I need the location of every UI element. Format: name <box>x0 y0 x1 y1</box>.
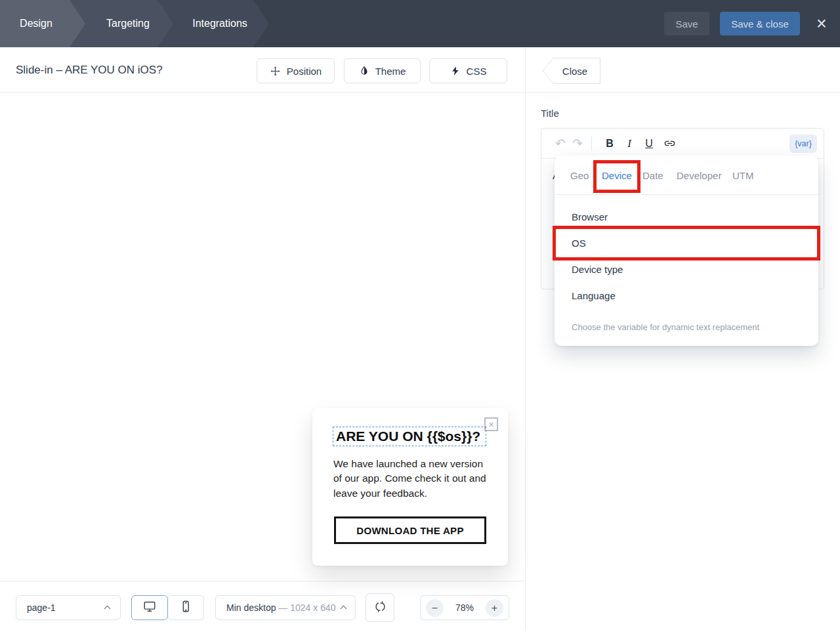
move-icon <box>270 66 281 77</box>
device-toggle-group <box>131 595 205 620</box>
close-icon[interactable]: × <box>812 10 831 37</box>
viewport-size: — 1024 x 640 <box>276 602 335 613</box>
variable-dropdown: Geo Device Date Developer UTM Browser OS… <box>555 156 818 346</box>
var-tab-date[interactable]: Date <box>642 156 663 195</box>
panel-close-button[interactable]: Close <box>543 58 600 84</box>
preview-close-icon[interactable]: × <box>484 417 498 431</box>
desktop-icon <box>142 599 157 616</box>
var-tab-geo[interactable]: Geo <box>570 156 589 195</box>
var-tab-developer[interactable]: Developer <box>677 156 721 195</box>
dropdown-helper-text: Choose the variable for dynamic text rep… <box>572 322 759 332</box>
rotate-icon <box>373 600 387 616</box>
variable-list: Browser OS Device type Language <box>555 195 818 309</box>
theme-button[interactable]: Theme <box>344 58 421 83</box>
save-and-close-button[interactable]: Save & close <box>720 12 800 35</box>
top-navbar: Design Targeting Integrations Save Save … <box>0 0 840 47</box>
var-item-browser[interactable]: Browser <box>555 204 818 230</box>
position-label: Position <box>287 66 322 77</box>
step-tabs: Design Targeting Integrations <box>0 0 269 47</box>
underline-button[interactable]: U <box>639 138 659 150</box>
zoom-control: − 78% + <box>420 595 509 620</box>
var-item-os[interactable]: OS <box>555 230 818 257</box>
rich-text-toolbar: ↶ ↷ B I U {var} <box>541 129 824 159</box>
desktop-toggle-button[interactable] <box>131 595 168 620</box>
var-tab-utm[interactable]: UTM <box>732 156 754 195</box>
save-button[interactable]: Save <box>664 12 709 35</box>
css-label: CSS <box>467 66 487 77</box>
lightning-icon <box>450 66 461 76</box>
bold-button[interactable]: B <box>600 138 620 150</box>
var-tab-device[interactable]: Device <box>602 156 632 195</box>
var-item-device-type[interactable]: Device type <box>555 257 818 283</box>
mobile-toggle-button[interactable] <box>167 595 204 620</box>
canvas-bottom-bar: page-1 <box>0 581 525 630</box>
viewport-select-value: Min desktop — 1024 x 640 <box>226 596 336 620</box>
preview-download-button[interactable]: DOWNLOAD THE APP <box>334 516 486 544</box>
chevron-up-icon <box>104 606 111 612</box>
italic-button[interactable]: I <box>620 137 639 150</box>
widget-title: Slide-in – ARE YOU ON iOS? <box>16 47 163 93</box>
panel-divider <box>525 47 526 630</box>
viewport-name: Min desktop <box>226 602 276 613</box>
var-item-language[interactable]: Language <box>555 283 818 309</box>
page-select-value: page-1 <box>27 596 56 620</box>
panel-close-label: Close <box>543 58 600 83</box>
title-field-label: Title <box>541 108 559 119</box>
popup-builder-app: Design Targeting Integrations Save Save … <box>0 0 840 630</box>
redo-icon[interactable]: ↷ <box>569 136 586 151</box>
slide-in-preview-card: × ARE YOU ON {{$os}}? We have launched a… <box>312 408 508 566</box>
theme-label: Theme <box>375 66 406 77</box>
link-icon[interactable] <box>659 136 680 150</box>
rotate-viewport-button[interactable] <box>366 593 394 622</box>
zoom-in-button[interactable]: + <box>486 599 503 617</box>
mobile-icon <box>178 599 193 616</box>
insert-variable-button[interactable]: {var} <box>789 135 817 153</box>
droplet-icon <box>359 66 369 76</box>
widget-toolbar: Slide-in – ARE YOU ON iOS? Position Them… <box>0 47 840 93</box>
tab-design[interactable]: Design <box>0 0 85 47</box>
tab-integrations[interactable]: Integrations <box>158 0 269 47</box>
page-select[interactable]: page-1 <box>16 595 121 620</box>
preview-body-text[interactable]: We have launched a new version of our ap… <box>333 457 491 501</box>
undo-icon[interactable]: ↶ <box>552 136 569 151</box>
toolbar-separator <box>591 136 592 151</box>
position-button[interactable]: Position <box>257 58 335 83</box>
preview-title-selected[interactable]: ARE YOU ON {{$os}}? <box>333 427 486 446</box>
chevron-up-icon <box>341 606 347 612</box>
css-button[interactable]: CSS <box>429 58 507 83</box>
viewport-select[interactable]: Min desktop — 1024 x 640 <box>215 595 356 620</box>
variable-dropdown-tabs: Geo Device Date Developer UTM <box>555 156 818 195</box>
